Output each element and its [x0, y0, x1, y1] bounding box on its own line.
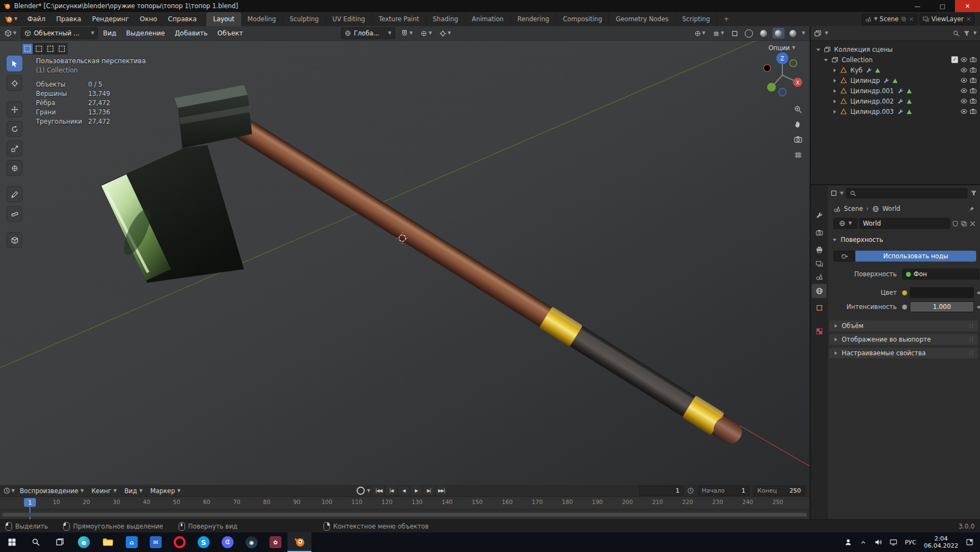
world-name-field[interactable]: World — [859, 218, 950, 229]
strength-value-field[interactable]: 1.000 — [910, 301, 974, 312]
expand-icon[interactable] — [831, 77, 838, 84]
keyframe-dot-icon[interactable] — [977, 292, 980, 294]
app-store[interactable]: ⌂ — [120, 532, 144, 552]
transport-button[interactable]: ▶| — [422, 486, 435, 496]
workspace-tab[interactable]: Shading — [426, 12, 465, 26]
pivot-dropdown[interactable]: ▼ — [437, 30, 453, 37]
menu-item[interactable]: Правка — [51, 12, 87, 26]
orientation-dropdown[interactable]: Глоба... ▼ — [341, 27, 395, 39]
timeline-body[interactable]: 1020304050607080901001101201301401501601… — [0, 497, 810, 520]
workspace-tab[interactable]: Modeling — [241, 12, 283, 26]
outliner-object-row[interactable]: Цилиндр.002 — [811, 96, 980, 106]
fake-user-shield-icon[interactable] — [952, 220, 959, 227]
expand-icon[interactable] — [831, 67, 838, 74]
transport-button[interactable]: ◀ — [397, 486, 410, 496]
tool-measure[interactable] — [7, 206, 22, 222]
app-blender[interactable] — [287, 532, 311, 552]
transport-button[interactable]: ▶ — [410, 486, 422, 496]
transport-button[interactable]: ▶▶| — [435, 486, 448, 496]
properties-search-input[interactable] — [846, 188, 967, 198]
xray-toggle[interactable] — [729, 30, 740, 37]
app-explorer[interactable] — [96, 532, 120, 552]
app-mail[interactable]: ✉ — [144, 532, 168, 552]
tab-scene[interactable] — [812, 270, 826, 284]
app-edge[interactable]: e — [72, 532, 96, 552]
expand-icon[interactable] — [815, 46, 822, 53]
nodes-icon-button[interactable] — [834, 251, 855, 262]
timeline-scrollbar[interactable] — [2, 513, 807, 517]
tool-cursor[interactable] — [7, 75, 22, 91]
shading-solid-button[interactable] — [758, 28, 770, 39]
expand-icon[interactable] — [831, 98, 838, 105]
outliner-object-row[interactable]: Цилиндр — [811, 75, 980, 86]
camera-visibility-icon[interactable] — [970, 77, 977, 84]
workspace-tab[interactable]: Sculpting — [283, 12, 326, 26]
mode-dropdown[interactable]: Объектный ... ▼ — [21, 27, 98, 39]
timeline-menu-item[interactable]: Маркер▼ — [146, 487, 185, 495]
camera-visibility-icon[interactable] — [970, 98, 977, 105]
unlink-datablock-icon[interactable] — [969, 220, 976, 227]
eye-icon[interactable] — [960, 77, 967, 84]
tool-add-cube[interactable] — [7, 232, 22, 248]
color-swatch-field[interactable] — [910, 287, 974, 298]
custom-props-section-header[interactable]: Настраиваемые свойства — [829, 348, 978, 359]
volume-icon[interactable] — [874, 538, 882, 546]
menu-item[interactable]: Рендеринг — [87, 12, 134, 26]
frame-end-field[interactable]: Конец 250 — [753, 486, 805, 496]
select-mode-intersect[interactable] — [56, 43, 68, 54]
viewport-display-section-header[interactable]: Отображение во вьюпорте — [829, 334, 978, 345]
camera-visibility-icon[interactable] — [970, 108, 977, 115]
taskbar-search[interactable] — [24, 532, 48, 552]
viewport-menu-item[interactable]: Добавить — [170, 29, 212, 37]
clock[interactable]: 2:04 06.04.2022 — [924, 535, 958, 549]
workspace-tab[interactable]: Geometry Nodes — [609, 12, 676, 26]
navigation-gizmo[interactable]: X Z — [757, 50, 807, 100]
tab-view-layer[interactable] — [812, 257, 826, 271]
collection-row[interactable]: Collection ✓ — [811, 54, 980, 65]
workspace-tab[interactable]: Rendering — [511, 12, 556, 26]
tab-output[interactable] — [812, 242, 826, 257]
display-network-icon[interactable] — [890, 538, 897, 546]
workspace-tab[interactable]: Animation — [465, 12, 511, 26]
ortho-toggle-control[interactable] — [794, 150, 803, 159]
pin-icon[interactable] — [968, 206, 975, 213]
editor-type-button[interactable]: ▼ — [2, 29, 19, 37]
timeline-editor-icon[interactable] — [3, 487, 10, 494]
select-mode-extend[interactable] — [33, 43, 45, 54]
surface-shader-field[interactable]: Фон — [902, 269, 979, 280]
camera-visibility-icon[interactable] — [970, 87, 977, 94]
frame-start-field[interactable]: Начало 1 — [697, 486, 750, 496]
task-view-button[interactable] — [48, 532, 72, 552]
keyframe-dot-icon[interactable] — [977, 306, 980, 308]
viewport-menu-item[interactable]: Вид — [98, 29, 121, 37]
timeline-menu-item[interactable]: Вид▼ — [120, 487, 146, 495]
new-scene-icon[interactable] — [901, 16, 906, 22]
app-steam[interactable]: ◉ — [240, 532, 264, 552]
outliner-object-row[interactable]: Куб — [811, 65, 980, 75]
people-icon[interactable] — [844, 538, 852, 546]
scene-selector[interactable]: ▼ Scene — [862, 14, 917, 25]
viewlayer-selector[interactable]: ViewLayer — [920, 14, 975, 25]
start-button[interactable] — [0, 532, 24, 552]
playhead[interactable]: 1 — [24, 498, 36, 507]
overlays-dropdown[interactable]: ▼ — [710, 30, 726, 37]
tab-object[interactable] — [812, 301, 826, 315]
tool-rotate[interactable] — [7, 121, 22, 137]
eye-icon[interactable] — [960, 87, 967, 94]
search-icon[interactable] — [953, 30, 960, 37]
transport-button[interactable]: |◀◀ — [372, 486, 385, 496]
use-nodes-button[interactable]: Использовать ноды — [855, 251, 976, 262]
workspace-tab[interactable]: UV Editing — [326, 12, 372, 26]
camera-visibility-icon[interactable] — [970, 56, 977, 63]
copy-datablock-icon[interactable] — [960, 220, 967, 227]
app-photos[interactable]: ✿ — [264, 532, 287, 552]
workspace-tab[interactable]: Layout — [206, 12, 241, 26]
tool-select-box[interactable] — [7, 56, 22, 71]
camera-visibility-icon[interactable] — [970, 66, 977, 74]
zoom-control[interactable] — [794, 105, 803, 114]
collection-checkbox[interactable]: ✓ — [951, 56, 958, 63]
notifications-icon[interactable] — [966, 538, 973, 546]
tab-render[interactable] — [812, 226, 826, 240]
eye-icon[interactable] — [960, 56, 967, 63]
tool-move[interactable] — [7, 101, 22, 117]
